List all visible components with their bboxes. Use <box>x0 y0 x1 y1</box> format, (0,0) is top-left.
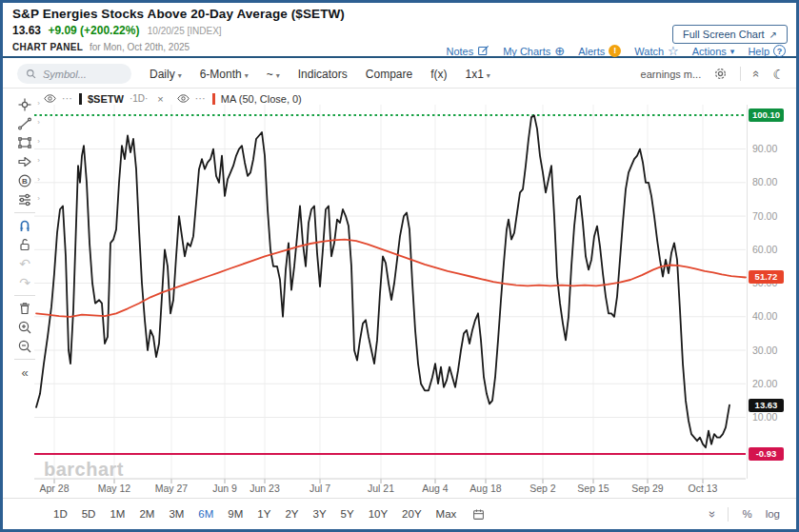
range-1m[interactable]: 1M <box>110 508 125 520</box>
gear-icon <box>713 67 728 81</box>
log-scale-button[interactable]: log <box>766 508 780 520</box>
chart-type-dropdown[interactable]: ~▾ <box>267 68 280 81</box>
compare-button[interactable]: Compare <box>366 68 412 81</box>
close-icon[interactable]: × <box>157 93 163 105</box>
collapse-toolbar-button[interactable]: « <box>749 70 764 77</box>
lock-tool[interactable] <box>10 235 40 254</box>
zoom-in-button[interactable] <box>10 318 40 337</box>
x-tick-label: Apr 28 <box>40 483 70 494</box>
x-tick-label: Sep 2 <box>529 483 556 494</box>
range-9m[interactable]: 9M <box>228 508 243 520</box>
range-10y[interactable]: 10Y <box>369 508 388 520</box>
chevron-down-icon: ▾ <box>178 71 182 80</box>
flyout-chevron-icon: › <box>37 118 40 127</box>
caret-down-icon: ▾ <box>730 47 735 56</box>
range-3m[interactable]: 3M <box>169 508 184 520</box>
toolbar-right: earnings m... « ☾ <box>641 67 799 82</box>
visibility-eye-icon[interactable] <box>44 94 56 103</box>
percent-scale-button[interactable]: % <box>742 508 751 520</box>
grid-layout-label: 1x1 <box>465 68 483 81</box>
custom-date-button[interactable] <box>472 508 485 521</box>
full-screen-chart-label: Full Screen Chart <box>683 29 765 40</box>
range-6m[interactable]: 6M <box>198 508 213 520</box>
x-tick-label: Oct 13 <box>689 483 718 494</box>
page-title: S&P Energies Stocks Above 20-Day Average… <box>12 7 799 21</box>
expressions-button[interactable]: f(x) <box>430 68 447 81</box>
earnings-dropdown[interactable]: earnings m... <box>641 69 702 80</box>
x-tick-label: Jun 9 <box>212 483 237 494</box>
collapse-rangebar-button[interactable]: « <box>704 510 718 517</box>
scale-controls: « % log <box>708 507 799 522</box>
indicators-button[interactable]: Indicators <box>298 68 348 81</box>
series-menu-icon[interactable]: ⋯ <box>62 92 73 105</box>
alert-badge-icon: ! <box>609 45 621 57</box>
svg-text:B: B <box>22 177 28 186</box>
legend-ma-label: MA (50, Close, 0) <box>221 93 302 105</box>
header: S&P Energies Stocks Above 20-Day Average… <box>0 0 799 58</box>
redo-button[interactable]: ↷ <box>10 273 40 292</box>
text-annotation-tool[interactable]: B› <box>10 171 40 190</box>
range-3y[interactable]: 3Y <box>312 508 326 520</box>
actions-dropdown[interactable]: Actions ▾ <box>692 46 735 57</box>
range-20y[interactable]: 20Y <box>402 508 421 520</box>
range-bar: 1D5D1M2M3M6M9M1Y2Y3Y5Y10Y20YMax « % log <box>0 498 799 529</box>
trendline-tool[interactable]: › <box>10 114 40 133</box>
watch-link[interactable]: Watch ☆ <box>634 45 678 57</box>
range-5y[interactable]: 5Y <box>341 508 354 520</box>
flyout-chevron-icon: › <box>37 137 40 146</box>
x-tick-label: Jul 7 <box>310 483 330 494</box>
arrow-tool[interactable]: › <box>10 152 40 171</box>
y-tick-label: 20.00 <box>752 378 777 389</box>
settings-button[interactable] <box>713 67 728 81</box>
range-2m[interactable]: 2M <box>139 508 154 520</box>
panel-date: for Mon, Oct 20th, 2025 <box>90 42 190 52</box>
collapse-sidebar-button[interactable]: « <box>10 363 40 382</box>
watch-link-label: Watch <box>634 46 664 57</box>
alerts-link[interactable]: Alerts ! <box>578 45 621 57</box>
indicator-settings-tool[interactable]: › <box>10 190 40 209</box>
magnet-tool[interactable] <box>10 216 40 235</box>
range-1y[interactable]: 1Y <box>257 508 270 520</box>
help-link-label: Help <box>748 46 769 57</box>
series-menu-icon[interactable]: ⋯ <box>195 92 207 105</box>
zoom-out-button[interactable] <box>10 337 40 356</box>
search-icon <box>26 69 36 79</box>
series-line[interactable] <box>36 240 746 317</box>
notes-link[interactable]: Notes <box>446 45 489 57</box>
search-input[interactable] <box>41 68 129 81</box>
flyout-chevron-icon: › <box>37 156 40 165</box>
crosshair-tool[interactable]: › <box>10 95 40 114</box>
range-1d[interactable]: 1D <box>53 508 68 520</box>
symbol-search[interactable] <box>17 64 131 84</box>
range-2y[interactable]: 2Y <box>285 508 298 520</box>
grid-layout-dropdown[interactable]: 1x1▾ <box>465 68 489 81</box>
my-charts-link[interactable]: My Charts ⊕ <box>503 45 565 57</box>
visibility-eye-icon[interactable] <box>177 94 190 103</box>
dark-mode-toggle[interactable]: ☾ <box>772 67 785 82</box>
range-dropdown[interactable]: 6-Month▾ <box>200 68 249 81</box>
x-tick-label: Sep 29 <box>631 483 663 494</box>
shapes-tool[interactable]: › <box>10 133 40 152</box>
y-tick-label: 80.00 <box>752 176 777 187</box>
range-5d[interactable]: 5D <box>82 508 96 520</box>
help-link[interactable]: Help ? <box>748 45 786 57</box>
y-tick-label: 90.00 <box>752 143 777 154</box>
price-change: +9.09 (+200.22%) <box>48 24 139 37</box>
chevron-down-icon: ▾ <box>487 71 490 80</box>
flyout-chevron-icon: › <box>37 194 40 203</box>
indicators-label: Indicators <box>298 68 348 81</box>
y-tick-label: 40.00 <box>752 310 777 322</box>
last-price: 13.63 <box>12 24 41 37</box>
delete-drawings-button[interactable] <box>10 299 40 318</box>
undo-button[interactable]: ↶ <box>10 254 40 273</box>
sidebar-divider <box>14 295 35 296</box>
frequency-dropdown[interactable]: Daily▾ <box>150 68 182 81</box>
x-tick-label: Aug 18 <box>469 483 501 494</box>
x-tick-label: Sep 15 <box>577 483 609 494</box>
chevron-down-icon: ▾ <box>276 71 280 80</box>
chart-toolbar: Daily▾ 6-Month▾ ~▾ Indicators Compare f(… <box>0 60 799 89</box>
axis-badge: 100.10 <box>749 108 784 122</box>
full-screen-chart-button[interactable]: Full Screen Chart↗ <box>672 25 788 44</box>
range-max[interactable]: Max <box>436 508 457 520</box>
axis-badge: 13.63 <box>749 399 784 412</box>
